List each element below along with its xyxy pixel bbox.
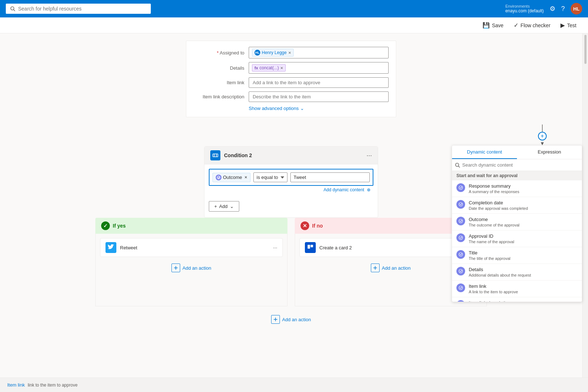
dynamic-item-content: Item link A link to the item to approve xyxy=(469,283,518,294)
details-tag-close[interactable]: ✕ xyxy=(280,66,283,70)
show-advanced-options[interactable]: Show advanced options ⌄ xyxy=(249,106,389,111)
condition-block-icon xyxy=(212,152,218,158)
no-icon: ✕ xyxy=(301,221,309,230)
item-link-label: Item link xyxy=(194,80,244,85)
svg-rect-11 xyxy=(311,245,313,248)
yes-icon: ✓ xyxy=(101,221,110,230)
condition-value-input[interactable] xyxy=(290,172,370,182)
search-box[interactable] xyxy=(6,4,151,14)
assigned-to-row: Assigned to HL Henry Legge ✕ xyxy=(194,47,389,58)
environment-label: Environments xyxy=(505,4,544,8)
add-condition-button[interactable]: + Add ⌄ xyxy=(209,201,239,212)
dynamic-item[interactable]: Response summary A summary of the respon… xyxy=(452,180,582,197)
dynamic-item[interactable]: Outcome The outcome of the approval xyxy=(452,214,582,230)
dynamic-item-title: Response summary xyxy=(469,183,519,189)
dynamic-item[interactable]: Item link A link to the item to approve xyxy=(452,281,582,297)
assigned-to-input[interactable]: HL Henry Legge ✕ xyxy=(249,47,389,58)
assigned-to-tag: HL Henry Legge ✕ xyxy=(252,49,294,57)
dynamic-item-title: Item link description xyxy=(469,300,527,302)
search-icon xyxy=(10,6,15,11)
bottom-bar: Item link link to the item to approve xyxy=(0,377,588,392)
dynamic-item[interactable]: Completion date Date the approval was co… xyxy=(452,197,582,214)
dynamic-item-title: Details xyxy=(469,267,531,272)
outcome-tag: Outcome ✕ xyxy=(212,173,250,182)
add-outer-action-icon xyxy=(271,315,280,324)
assigned-to-tag-icon: HL xyxy=(254,50,260,56)
dynamic-item-title: Title xyxy=(469,250,510,256)
dynamic-item-icon xyxy=(456,250,465,259)
item-link-desc-row: Item link description xyxy=(194,91,389,102)
assigned-to-tag-close[interactable]: ✕ xyxy=(288,51,291,55)
svg-point-5 xyxy=(217,176,220,179)
avatar[interactable]: HL xyxy=(571,3,582,15)
retweet-action-card: Retweet ··· xyxy=(100,238,283,257)
environment-info: Environments enayu.com (default) xyxy=(505,4,544,13)
item-link-desc-label: Item link description xyxy=(194,94,244,99)
outcome-tag-close[interactable]: ✕ xyxy=(244,175,247,179)
top-navigation: Environments enayu.com (default) ⚙ ? HL xyxy=(0,0,588,17)
add-action-yes[interactable]: Add an action xyxy=(100,261,283,275)
dynamic-item[interactable]: Item link description Description of the… xyxy=(452,297,582,302)
add-action-no-icon xyxy=(371,264,380,272)
svg-line-7 xyxy=(219,177,220,178)
dynamic-content-icon: ⊕ xyxy=(367,187,370,192)
item-link-input[interactable] xyxy=(249,77,389,88)
assigned-to-label: Assigned to xyxy=(194,50,244,56)
dynamic-item-icon xyxy=(456,267,465,275)
condition-block: Condition 2 ··· xyxy=(204,146,378,218)
dynamic-item-title: Completion date xyxy=(469,200,528,205)
dynamic-item[interactable]: Details Additional details about the req… xyxy=(452,264,582,281)
svg-line-23 xyxy=(461,204,462,205)
svg-line-29 xyxy=(461,237,462,238)
dynamic-item-content: Approval ID The name of the approval xyxy=(469,233,514,244)
svg-line-32 xyxy=(461,254,462,255)
toolbar: 💾 Save ✓ Flow checker ▶ Test xyxy=(0,17,588,33)
details-input[interactable]: fx concat(...) ✕ xyxy=(249,62,389,74)
dynamic-search-input[interactable] xyxy=(462,162,579,168)
svg-line-38 xyxy=(461,287,462,289)
flow-checker-button[interactable]: ✓ Flow checker xyxy=(509,20,555,31)
svg-line-26 xyxy=(461,220,462,222)
search-input[interactable] xyxy=(18,6,146,12)
condition-container: Condition 2 ··· xyxy=(204,146,378,218)
retweet-action-title: Retweet xyxy=(120,245,269,250)
dynamic-section-header: Start and wait for an approval xyxy=(452,171,582,180)
svg-point-21 xyxy=(459,203,463,206)
dynamic-content-link[interactable]: Add dynamic content ⊕ xyxy=(209,186,373,194)
dynamic-item-title: Outcome xyxy=(469,217,519,222)
retweet-action-more[interactable]: ··· xyxy=(273,245,277,250)
details-row: Details fx concat(...) ✕ xyxy=(194,62,389,74)
condition-header: Condition 2 ··· xyxy=(204,147,378,164)
svg-rect-2 xyxy=(213,154,218,157)
dynamic-item-icon xyxy=(456,283,465,292)
item-link-desc-input[interactable] xyxy=(249,91,389,102)
expression-tab[interactable]: Expression xyxy=(517,146,582,159)
svg-line-35 xyxy=(461,270,462,272)
scrollbar-thumb xyxy=(584,35,587,64)
add-outer-action-btn[interactable]: Add an action xyxy=(268,312,314,327)
svg-point-30 xyxy=(459,253,463,256)
test-icon: ▶ xyxy=(560,22,565,29)
dynamic-item[interactable]: Approval ID The name of the approval xyxy=(452,230,582,247)
dynamic-content-tab[interactable]: Dynamic content xyxy=(452,146,517,159)
dynamic-item-desc: The outcome of the approval xyxy=(469,223,519,227)
svg-line-1 xyxy=(14,10,15,11)
help-icon[interactable]: ? xyxy=(561,5,565,13)
condition-body: Outcome ✕ is equal to Add dynamic conten… xyxy=(204,164,378,198)
save-button[interactable]: 💾 Save xyxy=(478,20,508,31)
dynamic-item-content: Outcome The outcome of the approval xyxy=(469,217,519,227)
dynamic-item-content: Completion date Date the approval was co… xyxy=(469,200,528,211)
condition-operator-select[interactable]: is equal to xyxy=(253,172,287,182)
dynamic-item-content: Response summary A summary of the respon… xyxy=(469,183,519,194)
add-step-button[interactable]: + xyxy=(538,132,547,140)
dynamic-item[interactable]: Title The title of the approval xyxy=(452,247,582,264)
vertical-scrollbar[interactable] xyxy=(582,33,588,392)
save-icon: 💾 xyxy=(483,22,490,29)
add-condition-row: + Add ⌄ xyxy=(204,201,378,217)
test-button[interactable]: ▶ Test xyxy=(556,20,581,31)
settings-icon[interactable]: ⚙ xyxy=(550,5,555,13)
twitter-action-icon xyxy=(105,242,116,253)
dynamic-content-panel: Dynamic content Expression Start and wai… xyxy=(452,145,582,302)
trello-action-icon xyxy=(305,242,316,253)
condition-more-button[interactable]: ··· xyxy=(367,152,372,159)
